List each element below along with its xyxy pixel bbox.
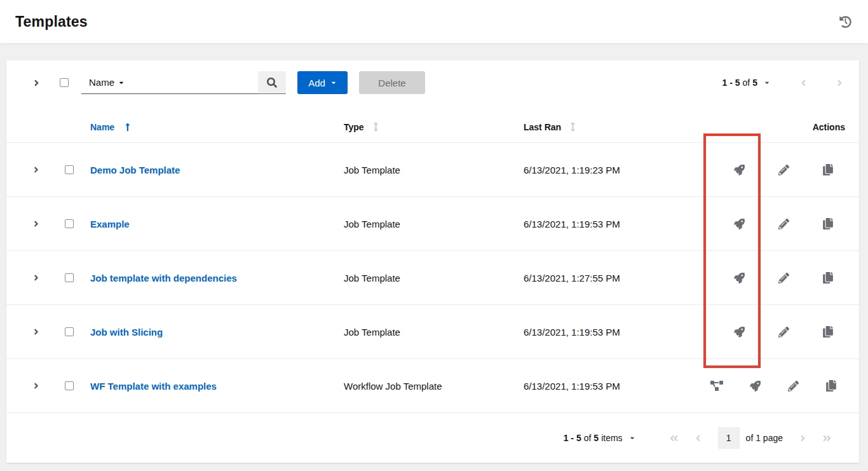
caret-down-icon xyxy=(118,79,125,86)
rocket-icon xyxy=(750,381,761,392)
pencil-icon xyxy=(778,327,789,338)
edit-button[interactable] xyxy=(776,270,792,286)
pagination-first-icon[interactable] xyxy=(669,433,679,443)
rocket-icon xyxy=(734,219,745,229)
search-icon xyxy=(267,78,277,88)
delete-button[interactable]: Delete xyxy=(359,71,425,94)
current-page-input[interactable] xyxy=(718,427,740,449)
pencil-icon xyxy=(778,219,789,229)
pagination-prev-icon[interactable] xyxy=(801,78,806,88)
sortable-icon xyxy=(570,122,576,132)
rocket-icon xyxy=(734,327,745,338)
edit-button[interactable] xyxy=(776,161,792,178)
pagination-next-icon[interactable] xyxy=(800,433,806,443)
edit-button[interactable] xyxy=(785,378,801,394)
footer-pagination: 1 - 5 of 5 items of 1 page xyxy=(6,413,859,463)
page-count-label: of 1 page xyxy=(746,433,783,443)
copy-icon xyxy=(826,380,836,392)
row-checkbox[interactable] xyxy=(65,381,74,390)
history-icon[interactable] xyxy=(839,16,851,28)
launch-button[interactable] xyxy=(731,215,747,232)
table-row: Job template with dependencies Job Templ… xyxy=(6,251,859,305)
items-per-page-dropdown[interactable]: 1 - 5 of 5 items xyxy=(564,433,635,443)
row-checkbox[interactable] xyxy=(65,327,74,336)
table-header-row: Name Type Last Ran Actions xyxy=(6,111,859,143)
expand-all-chevron-icon[interactable] xyxy=(29,78,43,88)
template-name-link[interactable]: WF Template with examples xyxy=(90,381,217,392)
toolbar-pagination: 1 - 5 of 5 xyxy=(722,78,860,88)
caret-down-icon xyxy=(330,79,337,86)
template-name-link[interactable]: Job with Slicing xyxy=(90,327,163,338)
sortable-icon xyxy=(373,122,379,132)
pagination-next-icon[interactable] xyxy=(837,78,843,88)
template-type: Job Template xyxy=(334,273,513,283)
template-last-ran: 6/13/2021, 1:19:53 PM xyxy=(513,219,698,229)
launch-button[interactable] xyxy=(731,161,747,178)
copy-icon xyxy=(823,164,833,175)
copy-icon xyxy=(823,272,833,283)
table-row: WF Template with examples Workflow Job T… xyxy=(6,359,859,413)
copy-button[interactable] xyxy=(820,215,836,232)
caret-down-icon xyxy=(764,79,770,86)
search-input[interactable] xyxy=(131,71,258,94)
template-type: Workflow Job Template xyxy=(334,381,513,392)
template-name-link[interactable]: Demo Job Template xyxy=(90,165,180,175)
select-all-checkbox[interactable] xyxy=(60,78,69,87)
pencil-icon xyxy=(788,381,799,392)
copy-button[interactable] xyxy=(820,324,836,340)
copy-button[interactable] xyxy=(824,378,839,394)
template-last-ran: 6/13/2021, 1:19:53 PM xyxy=(513,327,698,338)
template-last-ran: 6/13/2021, 1:27:55 PM xyxy=(513,273,698,283)
column-header-last-ran[interactable]: Last Ran xyxy=(513,122,698,132)
template-last-ran: 6/13/2021, 1:19:23 PM xyxy=(513,165,698,175)
row-expand-chevron-icon[interactable] xyxy=(29,327,43,336)
search-key-dropdown[interactable]: Name xyxy=(81,71,131,94)
visualizer-icon xyxy=(710,381,723,391)
sort-ascending-icon xyxy=(123,123,131,132)
column-header-actions: Actions xyxy=(698,122,850,132)
launch-button[interactable] xyxy=(747,378,763,394)
pencil-icon xyxy=(778,165,789,175)
launch-button[interactable] xyxy=(731,324,747,340)
list-toolbar: Name Add Delete 1 - 5 of 5 xyxy=(6,70,859,95)
template-last-ran: 6/13/2021, 1:19:53 PM xyxy=(513,381,698,392)
template-type: Job Template xyxy=(334,327,513,338)
caret-down-icon xyxy=(629,435,635,441)
pagination-prev-icon[interactable] xyxy=(695,433,701,443)
edit-button[interactable] xyxy=(776,324,792,340)
pagination-summary-dropdown[interactable]: 1 - 5 of 5 xyxy=(722,78,771,88)
copy-icon xyxy=(823,218,833,229)
row-expand-chevron-icon[interactable] xyxy=(29,381,43,390)
row-checkbox[interactable] xyxy=(65,273,74,282)
row-checkbox[interactable] xyxy=(65,219,74,228)
copy-button[interactable] xyxy=(820,161,836,178)
visualizer-button[interactable] xyxy=(708,378,726,394)
row-checkbox[interactable] xyxy=(65,165,74,174)
pagination-last-icon[interactable] xyxy=(822,433,832,443)
launch-button[interactable] xyxy=(731,270,747,286)
edit-button[interactable] xyxy=(776,215,792,232)
template-name-link[interactable]: Job template with dependencies xyxy=(90,273,237,283)
template-name-link[interactable]: Example xyxy=(90,219,130,229)
search-button[interactable] xyxy=(258,71,286,94)
pencil-icon xyxy=(778,273,789,283)
add-button[interactable]: Add xyxy=(297,71,348,94)
template-type: Job Template xyxy=(334,219,513,229)
column-header-name[interactable]: Name xyxy=(76,122,334,132)
rocket-icon xyxy=(734,165,745,175)
table-row: Demo Job Template Job Template 6/13/2021… xyxy=(6,143,859,197)
table-row: Example Job Template 6/13/2021, 1:19:53 … xyxy=(6,197,859,251)
column-header-type[interactable]: Type xyxy=(334,122,513,132)
rocket-icon xyxy=(734,273,745,283)
search-key-selected: Name xyxy=(89,77,114,88)
row-expand-chevron-icon[interactable] xyxy=(29,165,43,174)
templates-list-card: Name Add Delete 1 - 5 of 5 xyxy=(6,60,859,463)
page-header: Templates xyxy=(0,0,868,43)
row-expand-chevron-icon[interactable] xyxy=(29,219,43,228)
table-row: Job with Slicing Job Template 6/13/2021,… xyxy=(6,305,859,359)
row-expand-chevron-icon[interactable] xyxy=(29,273,43,282)
table-body: Demo Job Template Job Template 6/13/2021… xyxy=(6,143,859,413)
copy-icon xyxy=(823,326,833,338)
copy-button[interactable] xyxy=(820,270,836,286)
template-type: Job Template xyxy=(334,165,513,175)
